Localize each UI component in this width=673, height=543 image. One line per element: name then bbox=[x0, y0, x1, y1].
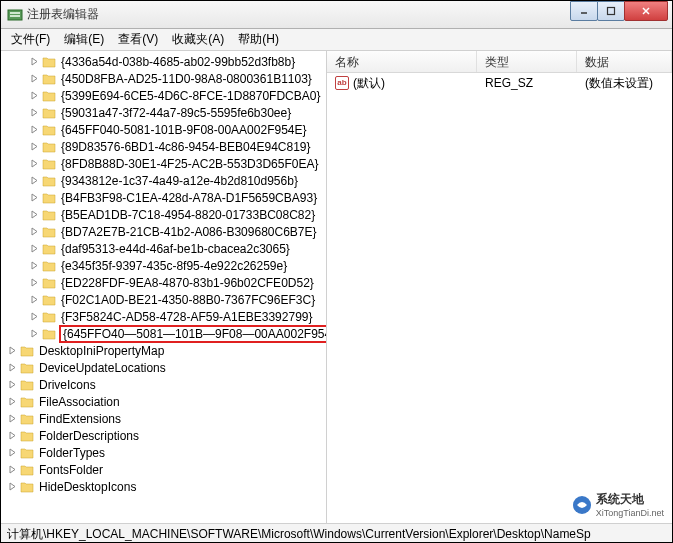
tree-node-label: {89D83576-6BD1-4c86-9454-BEB04E94C819} bbox=[59, 140, 313, 154]
tree-node-label: FindExtensions bbox=[37, 412, 123, 426]
tree-node-label: DesktopIniPropertyMap bbox=[37, 344, 166, 358]
tree-node[interactable]: DriveIcons bbox=[1, 376, 326, 393]
menu-file[interactable]: 文件(F) bbox=[5, 29, 56, 50]
tree-node-guid[interactable]: {F02C1A0D-BE21-4350-88B0-7367FC96EF3C} bbox=[1, 291, 326, 308]
tree-node-guid[interactable]: {645FF040-5081-101B-9F08-00AA002F954E} bbox=[1, 121, 326, 138]
tree-node-label: {8FD8B88D-30E1-4F25-AC2B-553D3D65F0EA} bbox=[59, 157, 320, 171]
app-icon bbox=[7, 7, 23, 23]
statusbar: 计算机\HKEY_LOCAL_MACHINE\SOFTWARE\Microsof… bbox=[1, 523, 672, 543]
tree-node-label: FolderTypes bbox=[37, 446, 107, 460]
regedit-window: 注册表编辑器 文件(F) 编辑(E) 查看(V) 收藏夹(A) 帮助(H) {4… bbox=[0, 0, 673, 543]
tree-node[interactable]: DesktopIniPropertyMap bbox=[1, 342, 326, 359]
tree-node-label: {e345f35f-9397-435c-8f95-4e922c26259e} bbox=[59, 259, 289, 273]
tree-node-label: FolderDescriptions bbox=[37, 429, 141, 443]
tree-node[interactable]: DeviceUpdateLocations bbox=[1, 359, 326, 376]
tree-node-label: {ED228FDF-9EA8-4870-83b1-96b02CFE0D52} bbox=[59, 276, 316, 290]
tree-node-guid[interactable]: {daf95313-e44d-46af-be1b-cbacea2c3065} bbox=[1, 240, 326, 257]
tree-node-label: {9343812e-1c37-4a49-a12e-4b2d810d956b} bbox=[59, 174, 300, 188]
col-data[interactable]: 数据 bbox=[577, 51, 672, 72]
tree-node-label: {BD7A2E7B-21CB-41b2-A086-B309680C6B7E} bbox=[59, 225, 319, 239]
tree-node[interactable]: FileAssociation bbox=[1, 393, 326, 410]
tree-node-label: {4336a54d-038b-4685-ab02-99bb52d3fb8b} bbox=[59, 55, 297, 69]
tree-node-label: FontsFolder bbox=[37, 463, 105, 477]
tree-node-label: {450D8FBA-AD25-11D0-98A8-0800361B1103} bbox=[59, 72, 314, 86]
tree-node-guid[interactable]: {ED228FDF-9EA8-4870-83b1-96b02CFE0D52} bbox=[1, 274, 326, 291]
tree-node[interactable]: FindExtensions bbox=[1, 410, 326, 427]
tree-node-label: {F3F5824C-AD58-4728-AF59-A1EBE3392799} bbox=[59, 310, 315, 324]
tree-node-guid[interactable]: {e345f35f-9397-435c-8f95-4e922c26259e} bbox=[1, 257, 326, 274]
svg-rect-1 bbox=[10, 12, 20, 14]
content-area: {4336a54d-038b-4685-ab02-99bb52d3fb8b}{4… bbox=[1, 51, 672, 523]
tree-node-guid[interactable]: {9343812e-1c37-4a49-a12e-4b2d810d956b} bbox=[1, 172, 326, 189]
tree-node-label: {B4FB3F98-C1EA-428d-A78A-D1F5659CBA93} bbox=[59, 191, 319, 205]
tree-node-label: HideDesktopIcons bbox=[37, 480, 138, 494]
tree-node-guid[interactable]: {59031a47-3f72-44a7-89c5-5595fe6b30ee} bbox=[1, 104, 326, 121]
values-pane[interactable]: 名称 类型 数据 ab (默认) REG_SZ (数值未设置) bbox=[327, 51, 672, 523]
svg-rect-4 bbox=[608, 8, 615, 15]
maximize-button[interactable] bbox=[597, 1, 625, 21]
tree-node-guid[interactable]: {F3F5824C-AD58-4728-AF59-A1EBE3392799} bbox=[1, 308, 326, 325]
tree-node-label: FileAssociation bbox=[37, 395, 122, 409]
tree-node[interactable]: FolderDescriptions bbox=[1, 427, 326, 444]
svg-rect-2 bbox=[10, 15, 20, 17]
close-button[interactable] bbox=[624, 1, 668, 21]
tree-node-guid[interactable]: {B5EAD1DB-7C18-4954-8820-01733BC08C82} bbox=[1, 206, 326, 223]
tree-node-label: DriveIcons bbox=[37, 378, 98, 392]
tree-node-guid[interactable]: {4336a54d-038b-4685-ab02-99bb52d3fb8b} bbox=[1, 53, 326, 70]
window-controls bbox=[571, 1, 668, 21]
tree-node-guid[interactable]: {89D83576-6BD1-4c86-9454-BEB04E94C819} bbox=[1, 138, 326, 155]
col-type[interactable]: 类型 bbox=[477, 51, 577, 72]
tree-node-guid[interactable]: {B4FB3F98-C1EA-428d-A78A-D1F5659CBA93} bbox=[1, 189, 326, 206]
registry-tree: {4336a54d-038b-4685-ab02-99bb52d3fb8b}{4… bbox=[1, 51, 326, 497]
tree-node[interactable]: FontsFolder bbox=[1, 461, 326, 478]
tree-node-highlighted[interactable]: {645FFO40—5081—101B—9F08—00AA002F954E} bbox=[1, 325, 326, 342]
tree-node-label: {daf95313-e44d-46af-be1b-cbacea2c3065} bbox=[59, 242, 292, 256]
column-header: 名称 类型 数据 bbox=[327, 51, 672, 73]
tree-node[interactable]: FolderTypes bbox=[1, 444, 326, 461]
value-data: (数值未设置) bbox=[577, 73, 672, 94]
tree-node-guid[interactable]: {450D8FBA-AD25-11D0-98A8-0800361B1103} bbox=[1, 70, 326, 87]
tree-node-guid[interactable]: {5399E694-6CE5-4D6C-8FCE-1D8870FDCBA0} bbox=[1, 87, 326, 104]
tree-node-label: {B5EAD1DB-7C18-4954-8820-01733BC08C82} bbox=[59, 208, 317, 222]
menu-help[interactable]: 帮助(H) bbox=[232, 29, 285, 50]
minimize-button[interactable] bbox=[570, 1, 598, 21]
tree-node-guid[interactable]: {8FD8B88D-30E1-4F25-AC2B-553D3D65F0EA} bbox=[1, 155, 326, 172]
tree-node-label: DeviceUpdateLocations bbox=[37, 361, 168, 375]
col-name[interactable]: 名称 bbox=[327, 51, 477, 72]
tree-node[interactable]: HideDesktopIcons bbox=[1, 478, 326, 495]
tree-pane[interactable]: {4336a54d-038b-4685-ab02-99bb52d3fb8b}{4… bbox=[1, 51, 327, 523]
tree-node-guid[interactable]: {BD7A2E7B-21CB-41b2-A086-B309680C6B7E} bbox=[1, 223, 326, 240]
string-value-icon: ab bbox=[335, 76, 349, 90]
tree-node-label: {5399E694-6CE5-4D6C-8FCE-1D8870FDCBA0} bbox=[59, 89, 322, 103]
tree-node-label: {59031a47-3f72-44a7-89c5-5595fe6b30ee} bbox=[59, 106, 293, 120]
value-type: REG_SZ bbox=[477, 74, 577, 92]
menu-favorites[interactable]: 收藏夹(A) bbox=[166, 29, 230, 50]
menubar: 文件(F) 编辑(E) 查看(V) 收藏夹(A) 帮助(H) bbox=[1, 29, 672, 51]
value-name: (默认) bbox=[353, 75, 385, 92]
titlebar[interactable]: 注册表编辑器 bbox=[1, 1, 672, 29]
tree-node-label: {645FFO40—5081—101B—9F08—00AA002F954E} bbox=[59, 325, 327, 343]
tree-node-label: {F02C1A0D-BE21-4350-88B0-7367FC96EF3C} bbox=[59, 293, 317, 307]
menu-edit[interactable]: 编辑(E) bbox=[58, 29, 110, 50]
value-row[interactable]: ab (默认) REG_SZ (数值未设置) bbox=[327, 73, 672, 93]
menu-view[interactable]: 查看(V) bbox=[112, 29, 164, 50]
tree-node-label: {645FF040-5081-101B-9F08-00AA002F954E} bbox=[59, 123, 309, 137]
